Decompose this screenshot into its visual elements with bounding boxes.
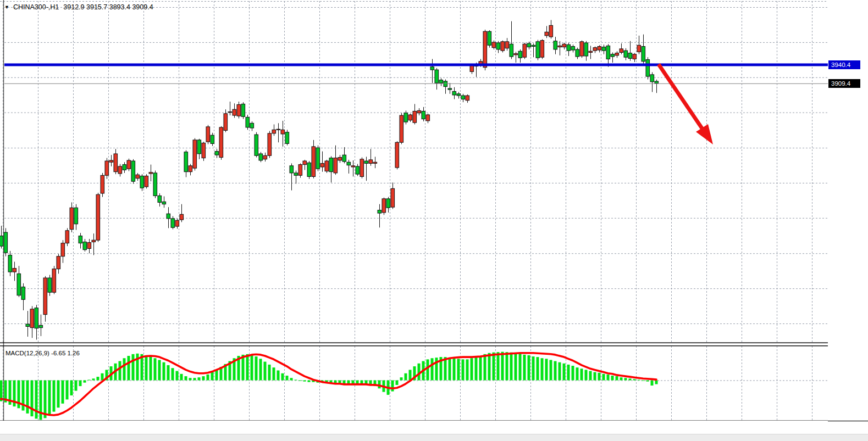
symbol-dropdown-icon[interactable]: ▼ — [4, 4, 9, 10]
resistance-price-tag: 3940.4 — [828, 60, 860, 69]
candles-layer — [0, 20, 659, 339]
macd-layer — [0, 352, 658, 420]
symbol-timeframe-label: CHINA300-,H1 — [13, 3, 59, 11]
macd-indicator-name: MACD(12,26,9) — [5, 350, 49, 356]
macd-signal-line — [1, 353, 656, 415]
ohlc-values: 3912.9 3915.7 3893.4 3909.4 — [63, 3, 153, 11]
mt4-chart-window: ▼CHINA300-,H13912.9 3915.7 3893.4 3909.4… — [0, 0, 868, 441]
time-axis[interactable]: 27 Oct 20222 Nov 05:008 Nov 05:0014 Nov … — [0, 421, 828, 434]
status-strip — [0, 434, 868, 441]
symbol-info: ▼CHINA300-,H13912.9 3915.7 3893.4 3909.4 — [4, 3, 153, 11]
resistance-line — [4, 63, 828, 66]
chart-canvas[interactable] — [0, 0, 868, 441]
last-price-tag: 3909.4 — [828, 79, 860, 88]
macd-indicator-values: -6.65 1.26 — [51, 350, 80, 356]
arrow-annotation-layer — [659, 64, 713, 144]
price-lines-layer — [4, 63, 828, 83]
macd-indicator-label: MACD(12,26,9) -6.65 1.26 — [5, 350, 80, 356]
